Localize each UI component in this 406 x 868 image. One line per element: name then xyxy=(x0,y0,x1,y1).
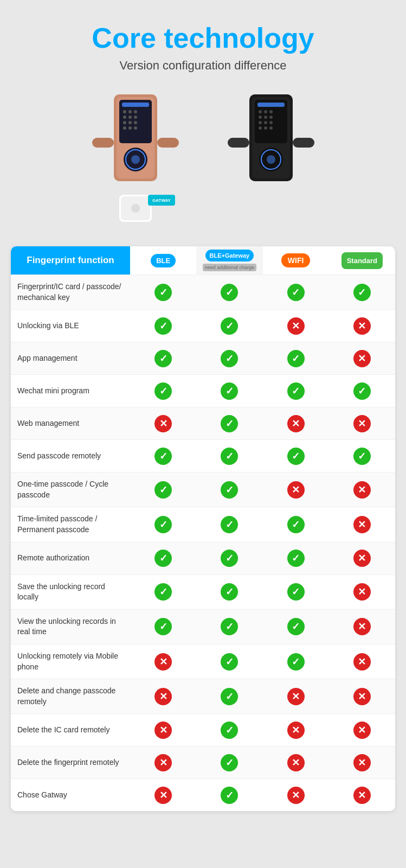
check-no-icon: ✕ xyxy=(287,787,305,804)
header-ble-gw-label: BLE+Gateway xyxy=(205,250,254,261)
svg-point-12 xyxy=(134,121,137,124)
check-cell-ble: ✓ xyxy=(130,443,196,469)
table-body: Fingerprint/IC card / passcode/ mechanic… xyxy=(11,275,395,811)
table-row: Delete the fingerprint remotely ✕ ✓ ✕ ✕ xyxy=(11,746,395,778)
comparison-table: Fingerprint function BLE BLE+Gateway nee… xyxy=(11,246,395,811)
check-cell-ble: ✓ xyxy=(130,614,196,640)
check-yes-icon: ✓ xyxy=(287,382,305,400)
header-col-standard: Standard xyxy=(329,246,395,275)
check-cell-wifi: ✕ xyxy=(263,684,329,710)
check-yes-icon: ✓ xyxy=(221,583,238,601)
svg-point-30 xyxy=(259,110,262,113)
check-cell-ble: ✓ xyxy=(130,346,196,372)
check-yes-icon: ✓ xyxy=(287,284,305,301)
feature-label: Fingerprint/IC card / passcode/ mechanic… xyxy=(11,275,130,309)
svg-rect-46 xyxy=(293,138,314,148)
check-cell-ble: ✕ xyxy=(130,684,196,710)
check-cell-wifi: ✓ xyxy=(263,512,329,538)
check-yes-icon: ✓ xyxy=(154,317,172,335)
check-no-icon: ✕ xyxy=(353,317,371,335)
svg-rect-19 xyxy=(92,138,114,148)
check-cell-standard: ✕ xyxy=(329,649,395,675)
check-yes-icon: ✓ xyxy=(221,516,238,533)
check-cell-ble: ✓ xyxy=(130,512,196,538)
check-no-icon: ✕ xyxy=(353,550,371,567)
check-cell-ble: ✕ xyxy=(130,750,196,776)
svg-point-36 xyxy=(259,121,262,124)
check-cell-ble_gw: ✓ xyxy=(196,649,262,675)
check-yes-icon: ✓ xyxy=(154,448,172,465)
svg-point-13 xyxy=(123,126,126,130)
check-yes-icon: ✓ xyxy=(221,754,238,771)
svg-point-41 xyxy=(269,126,273,130)
header-wifi-label: WIFI xyxy=(281,253,311,267)
check-no-icon: ✕ xyxy=(154,653,172,671)
check-no-icon: ✕ xyxy=(353,415,371,432)
check-yes-icon: ✓ xyxy=(154,284,172,301)
svg-point-44 xyxy=(267,155,275,164)
check-yes-icon: ✓ xyxy=(221,787,238,804)
table-row: Send passcode remotely ✓ ✓ ✓ ✓ xyxy=(11,439,395,472)
table-row: Delete the IC card remotely ✕ ✓ ✕ ✕ xyxy=(11,713,395,746)
check-cell-ble_gw: ✓ xyxy=(196,717,262,743)
svg-point-18 xyxy=(131,155,140,164)
check-yes-icon: ✓ xyxy=(221,317,238,335)
check-cell-ble_gw: ✓ xyxy=(196,477,262,503)
check-no-icon: ✕ xyxy=(287,754,305,771)
check-cell-ble_gw: ✓ xyxy=(196,279,262,305)
check-yes-icon: ✓ xyxy=(287,516,305,533)
check-cell-ble_gw: ✓ xyxy=(196,313,262,339)
check-cell-standard: ✓ xyxy=(329,279,395,305)
svg-point-37 xyxy=(264,121,267,124)
check-cell-wifi: ✓ xyxy=(263,378,329,404)
check-cell-wifi: ✓ xyxy=(263,614,329,640)
check-cell-standard: ✕ xyxy=(329,313,395,339)
table-row: Fingerprint/IC card / passcode/ mechanic… xyxy=(11,275,395,309)
svg-point-10 xyxy=(123,121,126,124)
feature-label: Remote authorization xyxy=(11,546,130,570)
header-ble-label: BLE xyxy=(151,254,176,267)
device-wifi xyxy=(225,89,317,230)
lock-svg-right xyxy=(225,89,317,230)
check-no-icon: ✕ xyxy=(154,415,172,432)
feature-label: View the unlocking records in real time xyxy=(11,610,130,644)
check-cell-ble: ✓ xyxy=(130,378,196,404)
header-standard-label: Standard xyxy=(341,252,383,269)
feature-label: Delete the fingerprint remotely xyxy=(11,751,130,775)
check-cell-ble_gw: ✓ xyxy=(196,411,262,437)
check-yes-icon: ✓ xyxy=(287,653,305,671)
check-yes-icon: ✓ xyxy=(221,350,238,367)
check-no-icon: ✕ xyxy=(154,722,172,739)
svg-point-38 xyxy=(269,121,273,124)
check-yes-icon: ✓ xyxy=(221,284,238,301)
check-no-icon: ✕ xyxy=(353,653,371,671)
check-cell-ble: ✕ xyxy=(130,782,196,808)
check-no-icon: ✕ xyxy=(353,754,371,771)
check-no-icon: ✕ xyxy=(287,317,305,335)
check-yes-icon: ✓ xyxy=(154,516,172,533)
check-no-icon: ✕ xyxy=(154,787,172,804)
table-row: Web management ✕ ✓ ✕ ✕ xyxy=(11,407,395,439)
svg-point-8 xyxy=(128,116,132,119)
check-yes-icon: ✓ xyxy=(221,722,238,739)
svg-text:GATWAY: GATWAY xyxy=(152,198,171,203)
check-cell-standard: ✕ xyxy=(329,512,395,538)
svg-point-34 xyxy=(264,116,267,119)
check-cell-standard: ✓ xyxy=(329,378,395,404)
check-cell-wifi: ✕ xyxy=(263,782,329,808)
svg-rect-3 xyxy=(122,103,149,107)
table-row: Chose Gatway ✕ ✓ ✕ ✕ xyxy=(11,778,395,811)
svg-point-11 xyxy=(128,121,132,124)
check-cell-ble: ✓ xyxy=(130,579,196,605)
table-row: View the unlocking records in real time … xyxy=(11,609,395,644)
check-cell-wifi: ✓ xyxy=(263,649,329,675)
feature-label: Time-limited passcode / Permanent passco… xyxy=(11,507,130,541)
check-cell-standard: ✕ xyxy=(329,545,395,571)
table-row: Remote authorization ✓ ✓ ✓ ✕ xyxy=(11,542,395,575)
svg-point-5 xyxy=(128,110,132,113)
header-charge-note: need additional charge xyxy=(203,264,256,271)
check-cell-wifi: ✕ xyxy=(263,313,329,339)
check-yes-icon: ✓ xyxy=(287,448,305,465)
feature-label: Web management xyxy=(11,412,130,436)
svg-point-4 xyxy=(123,110,126,113)
